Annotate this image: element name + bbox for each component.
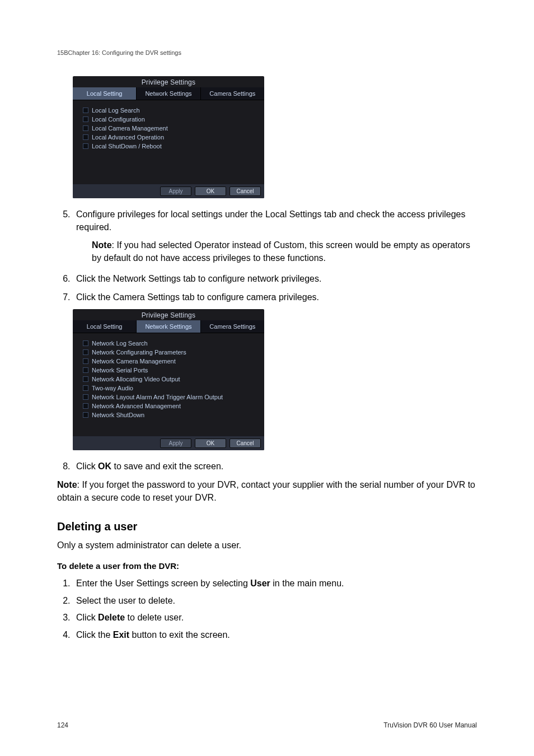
- tab-local-setting[interactable]: Local Setting: [73, 320, 137, 333]
- procedure-heading: To delete a user from the DVR:: [57, 560, 477, 572]
- checkbox-panel: Network Log Search Network Configurating…: [73, 333, 264, 436]
- checkbox-label: Local Configuration: [92, 116, 145, 123]
- checkbox-icon[interactable]: [83, 394, 88, 400]
- checkbox-row[interactable]: Network ShutDown: [83, 410, 259, 419]
- checkbox-label: Network ShutDown: [92, 412, 144, 418]
- checkbox-icon[interactable]: [83, 367, 88, 373]
- tab-local-setting[interactable]: Local Setting: [73, 87, 137, 100]
- checkbox-label: Local ShutDown / Reboot: [92, 143, 162, 150]
- checkbox-label: Two-way Audio: [92, 385, 133, 391]
- step-text-post: button to exit the screen.: [129, 630, 230, 640]
- checkbox-label: Network Layout Alarm And Trigger Alarm O…: [92, 394, 223, 400]
- dialog-title: Privilege Settings: [73, 76, 264, 87]
- tab-network-settings[interactable]: Network Settings: [137, 87, 200, 100]
- checkbox-row[interactable]: Network Log Search: [83, 339, 259, 348]
- steps-list: Configure privileges for local settings …: [57, 208, 477, 304]
- step-bold: Delete: [98, 613, 125, 622]
- checkbox-label: Network Advanced Management: [92, 403, 181, 409]
- step-text-post: to save and exit the screen.: [111, 461, 223, 471]
- button-bar: Apply OK Cancel: [73, 184, 264, 198]
- step-text-pre: Click the: [76, 630, 113, 640]
- note-label: Note: [57, 480, 77, 489]
- step-6: Click the Network Settings tab to config…: [73, 273, 477, 286]
- delete-steps: Enter the User Settings screen by select…: [57, 577, 477, 642]
- section-heading: Deleting a user: [57, 519, 477, 534]
- manual-title: TruVision DVR 60 User Manual: [383, 721, 477, 729]
- checkbox-label: Local Camera Management: [92, 125, 168, 132]
- checkbox-label: Network Camera Management: [92, 358, 176, 365]
- checkbox-label: Network Log Search: [92, 340, 148, 347]
- checkbox-label: Network Configurating Parameters: [92, 349, 186, 356]
- note-block: Note: If you had selected Operator inste…: [92, 239, 477, 264]
- tab-bar: Local Setting Network Settings Camera Se…: [73, 320, 264, 333]
- checkbox-row[interactable]: Network Layout Alarm And Trigger Alarm O…: [83, 393, 259, 402]
- checkbox-label: Network Serial Ports: [92, 367, 148, 374]
- del-step-2: Select the user to delete.: [73, 595, 477, 608]
- checkbox-row[interactable]: Network Allocating Video Output: [83, 375, 259, 384]
- step-text: Configure privileges for local settings …: [76, 209, 466, 232]
- checkbox-row[interactable]: Network Configurating Parameters: [83, 348, 259, 357]
- checkbox-icon[interactable]: [83, 403, 88, 409]
- del-step-4: Click the Exit button to exit the screen…: [73, 629, 477, 642]
- checkbox-icon[interactable]: [83, 125, 88, 131]
- checkbox-row[interactable]: Network Serial Ports: [83, 366, 259, 375]
- checkbox-icon[interactable]: [83, 116, 88, 122]
- checkbox-row[interactable]: Local Log Search: [83, 106, 259, 115]
- checkbox-row[interactable]: Two-way Audio: [83, 384, 259, 393]
- figure-privilege-network: Privilege Settings Local Setting Network…: [73, 309, 264, 450]
- checkbox-label: Local Log Search: [92, 107, 140, 114]
- checkbox-row[interactable]: Local Camera Management: [83, 124, 259, 133]
- step-text-pre: Enter the User Settings screen by select…: [76, 578, 250, 588]
- checkbox-icon[interactable]: [83, 108, 88, 113]
- tab-network-settings[interactable]: Network Settings: [137, 320, 200, 333]
- tab-bar: Local Setting Network Settings Camera Se…: [73, 87, 264, 100]
- del-step-3: Click Delete to delete user.: [73, 612, 477, 624]
- step-text-post: in the main menu.: [270, 578, 344, 588]
- tab-camera-settings[interactable]: Camera Settings: [201, 320, 264, 333]
- note-label: Note: [92, 240, 112, 250]
- checkbox-icon[interactable]: [83, 358, 88, 364]
- step-5: Configure privileges for local settings …: [73, 208, 477, 265]
- step-text-pre: Click: [76, 461, 98, 471]
- checkbox-label: Local Advanced Operation: [92, 134, 164, 141]
- checkbox-icon[interactable]: [83, 412, 88, 418]
- steps-list-cont: Click OK to save and exit the screen.: [57, 460, 477, 473]
- button-bar: Apply OK Cancel: [73, 436, 264, 450]
- apply-button[interactable]: Apply: [160, 186, 191, 196]
- checkbox-icon[interactable]: [83, 385, 88, 391]
- checkbox-label: Network Allocating Video Output: [92, 376, 180, 382]
- tab-camera-settings[interactable]: Camera Settings: [201, 87, 264, 100]
- note-text: : If you forget the password to your DVR…: [57, 480, 475, 502]
- dialog-title: Privilege Settings: [73, 309, 264, 320]
- step-bold: User: [250, 578, 270, 588]
- step-bold: Exit: [113, 630, 129, 640]
- note-block: Note: If you forget the password to your…: [57, 479, 477, 504]
- checkbox-icon[interactable]: [83, 143, 88, 149]
- step-text-pre: Click: [76, 613, 98, 622]
- checkbox-icon[interactable]: [83, 134, 88, 140]
- checkbox-icon[interactable]: [83, 349, 88, 355]
- checkbox-row[interactable]: Local Configuration: [83, 115, 259, 124]
- ok-button[interactable]: OK: [195, 438, 226, 448]
- checkbox-row[interactable]: Local Advanced Operation: [83, 133, 259, 142]
- checkbox-icon[interactable]: [83, 376, 88, 382]
- running-head: 15BChapter 16: Configuring the DVR setti…: [57, 49, 477, 56]
- del-step-1: Enter the User Settings screen by select…: [73, 577, 477, 590]
- checkbox-row[interactable]: Local ShutDown / Reboot: [83, 142, 259, 151]
- figure-privilege-local: Privilege Settings Local Setting Network…: [73, 76, 264, 198]
- page-footer: 124 TruVision DVR 60 User Manual: [57, 721, 477, 729]
- checkbox-panel: Local Log Search Local Configuration Loc…: [73, 100, 264, 184]
- section-intro: Only a system administrator can delete a…: [57, 539, 477, 552]
- checkbox-row[interactable]: Network Advanced Management: [83, 402, 259, 410]
- checkbox-icon[interactable]: [83, 340, 88, 346]
- step-8: Click OK to save and exit the screen.: [73, 460, 477, 473]
- note-text: : If you had selected Operator instead o…: [92, 240, 470, 263]
- cancel-button[interactable]: Cancel: [229, 186, 261, 196]
- ok-button[interactable]: OK: [195, 186, 226, 196]
- checkbox-row[interactable]: Network Camera Management: [83, 357, 259, 366]
- apply-button[interactable]: Apply: [160, 438, 191, 448]
- cancel-button[interactable]: Cancel: [229, 438, 261, 448]
- step-bold: OK: [98, 461, 111, 471]
- page-number: 124: [57, 721, 68, 729]
- step-text-post: to delete user.: [125, 613, 184, 622]
